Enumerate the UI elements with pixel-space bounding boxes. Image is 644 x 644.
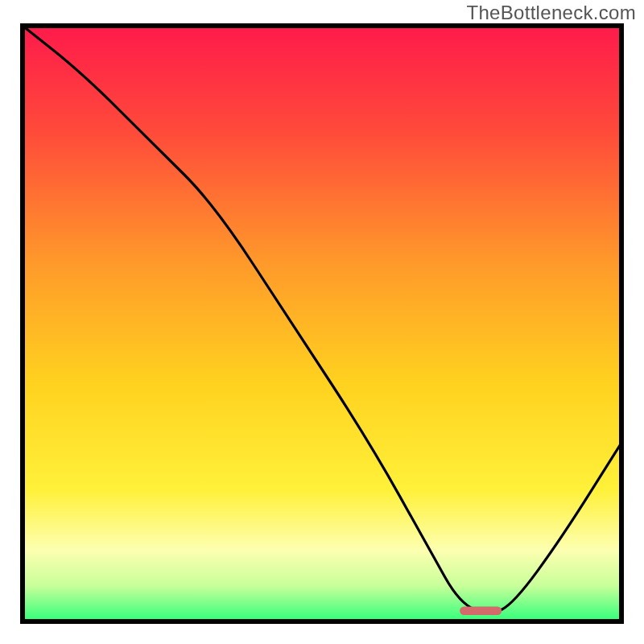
gradient-background — [23, 26, 621, 621]
optimal-marker — [460, 607, 502, 615]
plot-area — [23, 26, 621, 621]
bottleneck-chart — [0, 0, 644, 644]
watermark-text: TheBottleneck.com — [466, 2, 636, 24]
chart-frame: TheBottleneck.com — [0, 0, 644, 644]
